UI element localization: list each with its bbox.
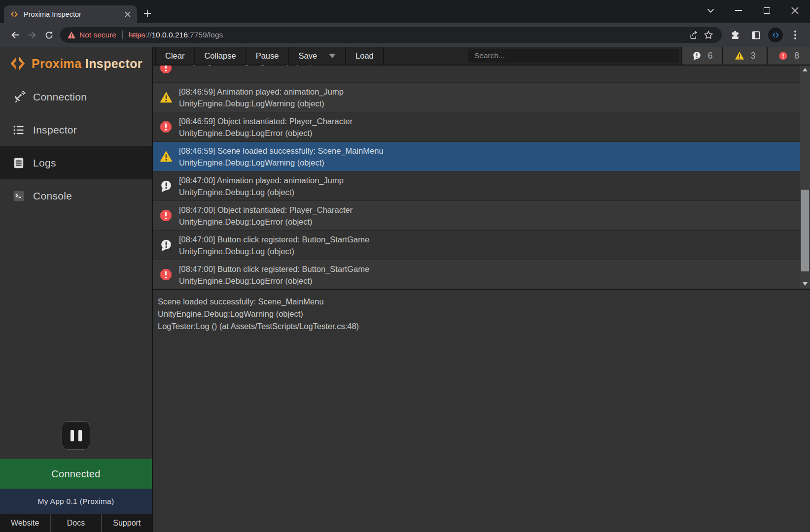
- forward-icon[interactable]: [24, 27, 40, 43]
- log-message: [08:46:59] Animation played: animation_J…: [179, 86, 344, 98]
- info-count-badge[interactable]: 6: [681, 47, 722, 65]
- reload-icon[interactable]: [40, 27, 57, 43]
- detail-stack-line: LogTester:Log () (at Assets/TestScripts/…: [158, 320, 810, 332]
- save-dropdown-caret-icon[interactable]: [329, 54, 336, 58]
- scroll-up-arrow-icon[interactable]: [800, 66, 810, 73]
- log-entry[interactable]: [08:46:59] Object instantiated: Player_C…: [153, 112, 800, 141]
- proxima-logo-icon: [9, 55, 27, 72]
- new-tab-button[interactable]: [141, 7, 154, 20]
- connection-status-text: Connected: [51, 468, 100, 480]
- not-secure-warning-icon: [67, 31, 76, 39]
- log-stack: UnityEngine.Debug:LogWarning (object): [179, 98, 344, 109]
- url-text: https://10.0.0.216:7759/logs: [129, 31, 223, 39]
- log-list-viewport: UnityEngine.Debug:LogError (object)[08:4…: [153, 66, 810, 289]
- log-message: [08:47:00] Button click registered: Butt…: [179, 233, 369, 245]
- tab-strip: Proxima Inspector: [0, 0, 810, 23]
- connection-status-banner: Connected: [0, 459, 152, 489]
- log-entry[interactable]: [08:47:00] Animation played: animation_J…: [153, 171, 800, 200]
- clear-button[interactable]: Clear: [155, 47, 195, 65]
- sidebar-item-label: Inspector: [33, 124, 77, 136]
- not-secure-label: Not secure: [79, 31, 116, 39]
- load-button[interactable]: Load: [346, 47, 384, 65]
- error-icon: [153, 66, 179, 82]
- proxima-extension-icon[interactable]: [768, 28, 783, 42]
- pause-icon: [70, 430, 74, 441]
- support-link[interactable]: Support: [102, 514, 152, 532]
- pause-stream-button[interactable]: [62, 421, 90, 450]
- sidebar-item-label: Connection: [33, 91, 87, 103]
- scrollbar-thumb[interactable]: [801, 190, 809, 271]
- search-input[interactable]: [468, 49, 679, 63]
- satellite-icon: [11, 90, 27, 103]
- log-entry[interactable]: UnityEngine.Debug:LogError (object): [153, 66, 800, 82]
- sidebar-footer: Website Docs Support: [0, 514, 152, 532]
- document-lines-icon: [11, 157, 27, 169]
- sidebar-item-inspector[interactable]: Inspector: [0, 113, 152, 146]
- logs-toolbar: Clear Collapse Pause Save Load 6: [153, 47, 810, 66]
- tab-search-chevron-icon[interactable]: [703, 3, 718, 18]
- info-icon: [153, 171, 179, 200]
- terminal-icon: [11, 190, 27, 202]
- proxima-favicon-icon: [10, 10, 19, 19]
- warning-count-badge[interactable]: 3: [722, 47, 767, 65]
- log-stack: UnityEngine.Debug:LogWarning (object): [179, 157, 384, 168]
- pause-button[interactable]: Pause: [247, 47, 289, 65]
- log-entry[interactable]: [08:47:00] Object instantiated: Player_C…: [153, 200, 800, 230]
- log-entry[interactable]: [08:47:00] Button click registered: Butt…: [153, 230, 800, 260]
- app-title: Proxima Inspector: [32, 57, 142, 71]
- log-message: [08:46:59] Scene loaded successfully: Sc…: [179, 145, 384, 157]
- sidebar-item-label: Logs: [33, 157, 56, 169]
- sidebar-item-console[interactable]: Console: [0, 179, 152, 212]
- browser-window: Proxima Inspector: [0, 0, 810, 532]
- log-stack: UnityEngine.Debug:LogError (object): [179, 127, 352, 139]
- share-icon[interactable]: [686, 28, 701, 42]
- log-message: [08:47:00] Object instantiated: Player_C…: [179, 204, 352, 216]
- maximize-button[interactable]: [759, 3, 774, 18]
- error-icon: [153, 260, 179, 289]
- error-icon: [153, 112, 179, 141]
- warning-icon: [153, 83, 179, 112]
- sidebar-item-connection[interactable]: Connection: [0, 80, 152, 113]
- sidebar-item-logs[interactable]: Logs: [0, 146, 152, 179]
- log-entry[interactable]: [08:47:00] Button click registered: Butt…: [153, 260, 800, 289]
- window-controls: [703, 3, 802, 18]
- browser-action-icons: [727, 27, 804, 43]
- omnibox-divider: [122, 31, 123, 39]
- error-count-badge[interactable]: 8: [767, 47, 810, 65]
- docs-link[interactable]: Docs: [51, 514, 102, 532]
- address-bar[interactable]: Not secure https://10.0.0.216:7759/logs: [60, 27, 722, 43]
- close-window-button[interactable]: [787, 3, 802, 18]
- error-icon: [778, 51, 788, 61]
- log-message: [08:47:00] Button click registered: Butt…: [179, 263, 369, 275]
- log-entry[interactable]: [08:46:59] Scene loaded successfully: Sc…: [153, 141, 800, 171]
- browser-menu-kebab-icon[interactable]: [787, 27, 804, 43]
- log-list: UnityEngine.Debug:LogError (object)[08:4…: [153, 66, 800, 289]
- save-button[interactable]: Save: [289, 47, 346, 65]
- browser-navbar: Not secure https://10.0.0.216:7759/logs: [0, 23, 810, 47]
- log-stack: UnityEngine.Debug:LogError (object): [179, 66, 313, 67]
- log-stack: UnityEngine.Debug:Log (object): [179, 245, 369, 257]
- app-name-text: My App 0.1 (Proxima): [37, 497, 114, 506]
- browser-tab[interactable]: Proxima Inspector: [4, 5, 137, 23]
- info-icon: [153, 231, 179, 260]
- scroll-down-arrow-icon[interactable]: [800, 280, 810, 288]
- log-message: [08:47:00] Animation played: animation_J…: [179, 174, 344, 186]
- side-panel-icon[interactable]: [747, 27, 764, 43]
- detail-message: Scene loaded successfully: Scene_MainMen…: [158, 296, 810, 308]
- collapse-button[interactable]: Collapse: [195, 47, 246, 65]
- detail-stack-line: UnityEngine.Debug:LogWarning (object): [158, 308, 810, 320]
- minimize-button[interactable]: [731, 3, 746, 18]
- logs-page: Clear Collapse Pause Save Load 6: [153, 47, 810, 532]
- back-icon[interactable]: [7, 27, 24, 43]
- log-entry[interactable]: [08:46:59] Animation played: animation_J…: [153, 82, 800, 112]
- website-link[interactable]: Website: [0, 514, 51, 532]
- warning-icon: [153, 142, 179, 171]
- extensions-puzzle-icon[interactable]: [727, 27, 743, 43]
- tab-close-icon[interactable]: [123, 10, 132, 19]
- bookmark-star-icon[interactable]: [701, 28, 716, 42]
- log-scrollbar[interactable]: [800, 66, 810, 289]
- sidebar-item-label: Console: [33, 190, 72, 202]
- app-name-banner: My App 0.1 (Proxima): [0, 489, 152, 514]
- warning-icon: [735, 51, 744, 60]
- log-count-badges: 6 3: [681, 47, 810, 65]
